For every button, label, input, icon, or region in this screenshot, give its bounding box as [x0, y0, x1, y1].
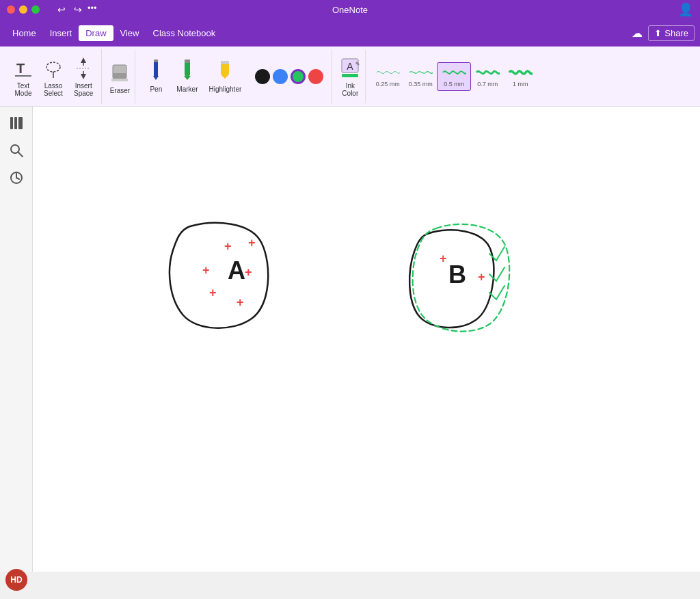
svg-text:+: + — [224, 239, 232, 253]
sync-icon[interactable]: ☁ — [632, 27, 643, 40]
ink-size-1-label: 1 mm — [513, 81, 528, 88]
marker-button[interactable]: Marker — [172, 57, 202, 95]
svg-rect-10 — [113, 73, 126, 79]
svg-text:+: + — [209, 286, 217, 300]
ink-color-label: InkColor — [342, 82, 358, 97]
sidebar-library-icon[interactable] — [5, 112, 27, 134]
ink-size-05-label: 0.5 mm — [444, 81, 464, 88]
svg-rect-17 — [185, 59, 190, 63]
color-black[interactable] — [255, 69, 270, 84]
svg-rect-12 — [154, 61, 158, 77]
color-red[interactable] — [308, 69, 323, 84]
pen-button[interactable]: Pen — [142, 57, 170, 95]
ink-size-025[interactable]: 0.25 mm — [371, 63, 404, 90]
svg-marker-16 — [184, 76, 191, 80]
svg-text:A: A — [347, 61, 354, 72]
share-icon: ⬆ — [654, 28, 662, 38]
svg-point-2 — [46, 62, 60, 72]
color-swatches — [255, 69, 323, 84]
ink-size-07[interactable]: 0.7 mm — [471, 63, 504, 90]
menu-draw[interactable]: Draw — [79, 25, 113, 41]
highlighter-button[interactable]: Highlighter — [204, 57, 245, 95]
color-swatches-group — [252, 49, 332, 104]
insert-space-button[interactable]: InsertSpace — [70, 54, 97, 99]
insert-space-icon — [74, 56, 93, 81]
app-title: OneNote — [332, 5, 368, 15]
svg-text:+: + — [440, 252, 447, 265]
traffic-lights — [7, 5, 40, 14]
text-mode-label: TextMode — [14, 82, 31, 97]
svg-text:+: + — [245, 265, 252, 279]
color-green[interactable] — [291, 69, 306, 84]
menu-class-notebook[interactable]: Class Notebook — [146, 25, 223, 41]
undo-button[interactable]: ↩ — [55, 3, 68, 16]
left-sidebar — [0, 107, 33, 572]
svg-text:T: T — [16, 61, 25, 76]
highlighter-label: Highlighter — [208, 85, 241, 93]
pen-tools-group: Pen Marker Highlighter — [138, 49, 250, 104]
svg-rect-14 — [154, 59, 158, 62]
svg-marker-8 — [81, 74, 86, 79]
svg-rect-20 — [221, 61, 229, 64]
eraser-button[interactable]: Eraser — [105, 49, 135, 104]
account-icon[interactable]: 👤 — [678, 2, 693, 17]
menu-home[interactable]: Home — [5, 25, 43, 41]
svg-marker-5 — [81, 57, 86, 63]
minimize-button[interactable] — [19, 5, 27, 14]
ink-color-button[interactable]: A InkColor — [335, 49, 366, 104]
menu-bar: Home Insert Draw View Class Notebook ☁ ⬆… — [0, 19, 700, 46]
fullscreen-button[interactable] — [31, 5, 40, 14]
ink-sizes-group: 0.25 mm 0.35 mm 0.5 mm 0.7 mm — [368, 49, 539, 104]
pen-label: Pen — [150, 85, 162, 93]
mode-tools: T TextMode LassoSelect — [10, 54, 97, 99]
marker-label: Marker — [176, 85, 198, 93]
svg-rect-25 — [10, 117, 13, 129]
lasso-select-label: LassoSelect — [44, 82, 63, 97]
svg-text:+: + — [237, 295, 244, 309]
eraser-label: Eraser — [110, 87, 130, 94]
ink-size-1[interactable]: 1 mm — [504, 63, 537, 90]
lasso-select-button[interactable]: LassoSelect — [40, 54, 67, 99]
ink-size-07-label: 0.7 mm — [477, 81, 498, 88]
svg-text:A: A — [228, 256, 245, 284]
sidebar-search-icon[interactable] — [5, 139, 27, 161]
sidebar-history-icon[interactable] — [5, 167, 27, 189]
svg-marker-19 — [221, 75, 229, 79]
lasso-select-icon — [44, 56, 63, 81]
ink-size-035[interactable]: 0.35 mm — [404, 63, 437, 90]
menu-right: ☁ ⬆ Share — [632, 25, 695, 41]
close-button[interactable] — [7, 5, 15, 14]
svg-rect-11 — [111, 79, 128, 81]
svg-text:B: B — [448, 261, 466, 289]
ribbon: T TextMode LassoSelect — [0, 46, 700, 107]
menu-insert[interactable]: Insert — [43, 25, 79, 41]
svg-rect-27 — [18, 117, 23, 129]
svg-text:+: + — [202, 263, 210, 277]
canvas-svg: A + + + + + + B + + — [33, 107, 700, 572]
pen-tools: Pen Marker Highlighter — [142, 57, 245, 95]
color-blue[interactable] — [273, 69, 288, 84]
svg-rect-26 — [14, 117, 17, 129]
ink-size-025-label: 0.25 mm — [376, 81, 400, 88]
more-options-button[interactable]: ••• — [88, 3, 97, 16]
user-avatar[interactable]: HD — [5, 569, 27, 591]
svg-text:+: + — [248, 236, 256, 250]
svg-line-29 — [18, 152, 23, 157]
title-bar-right: 👤 — [678, 2, 693, 17]
svg-text:+: + — [478, 270, 485, 284]
redo-button[interactable]: ↪ — [71, 3, 85, 16]
title-bar: ↩ ↪ ••• OneNote 👤 — [0, 0, 700, 19]
svg-line-32 — [16, 178, 19, 179]
ink-size-035-label: 0.35 mm — [409, 81, 433, 88]
menu-view[interactable]: View — [113, 25, 146, 41]
svg-rect-15 — [185, 61, 190, 76]
text-mode-button[interactable]: T TextMode — [10, 54, 37, 99]
mode-tools-group: T TextMode LassoSelect — [5, 49, 102, 104]
canvas-area[interactable]: A + + + + + + B + + — [33, 107, 700, 572]
svg-marker-13 — [153, 76, 159, 80]
insert-space-label: InsertSpace — [74, 82, 93, 97]
undo-redo-group: ↩ ↪ ••• — [55, 3, 97, 16]
text-mode-icon: T — [14, 56, 33, 81]
ink-size-05[interactable]: 0.5 mm — [437, 62, 471, 91]
share-button[interactable]: ⬆ Share — [648, 25, 695, 41]
